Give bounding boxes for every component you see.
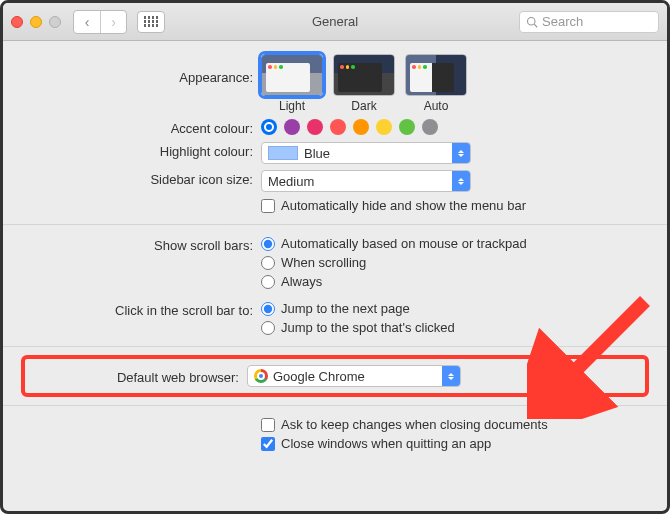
appearance-dark[interactable]: Dark <box>333 54 395 113</box>
accent-color-picker <box>261 119 647 135</box>
scroll-when-radio[interactable]: When scrolling <box>261 255 647 270</box>
nav-buttons: ‹ › <box>73 10 127 34</box>
appearance-auto-label: Auto <box>424 99 449 113</box>
highlight-label: Highlight colour: <box>23 142 261 159</box>
scroll-auto-radio[interactable]: Automatically based on mouse or trackpad <box>261 236 647 251</box>
svg-point-0 <box>528 17 536 25</box>
scroll-bars-label: Show scroll bars: <box>23 236 261 253</box>
show-all-button[interactable] <box>137 11 165 33</box>
grid-icon <box>144 16 159 27</box>
appearance-light[interactable]: Light <box>261 54 323 113</box>
accent-yellow[interactable] <box>376 119 392 135</box>
jump-spot-radio[interactable]: Jump to the spot that's clicked <box>261 320 647 335</box>
general-preferences-window: ‹ › General Search Appearance: Light <box>0 0 670 514</box>
accent-green[interactable] <box>399 119 415 135</box>
default-browser-select[interactable]: Google Chrome <box>247 365 461 387</box>
accent-blue[interactable] <box>261 119 277 135</box>
close-window-button[interactable] <box>11 16 23 28</box>
accent-red[interactable] <box>330 119 346 135</box>
highlight-select[interactable]: Blue <box>261 142 471 164</box>
back-button[interactable]: ‹ <box>74 11 100 33</box>
auto-hide-menubar-checkbox[interactable]: Automatically hide and show the menu bar <box>261 198 647 213</box>
search-field[interactable]: Search <box>519 11 659 33</box>
chevron-updown-icon <box>452 143 470 163</box>
sidebar-size-value: Medium <box>268 174 314 189</box>
content-area: Appearance: Light Dark Auto <box>3 41 667 454</box>
scroll-always-radio[interactable]: Always <box>261 274 647 289</box>
default-browser-label: Default web browser: <box>33 368 247 385</box>
search-placeholder: Search <box>542 14 583 29</box>
close-windows-checkbox[interactable]: Close windows when quitting an app <box>261 436 647 451</box>
jump-next-radio[interactable]: Jump to the next page <box>261 301 647 316</box>
click-scroll-label: Click in the scroll bar to: <box>23 301 261 318</box>
default-browser-value: Google Chrome <box>273 369 365 384</box>
sidebar-size-label: Sidebar icon size: <box>23 170 261 187</box>
chevron-updown-icon <box>452 171 470 191</box>
svg-line-1 <box>534 24 537 27</box>
accent-label: Accent colour: <box>23 119 261 136</box>
minimize-window-button[interactable] <box>30 16 42 28</box>
highlight-swatch <box>268 146 298 160</box>
appearance-label: Appearance: <box>23 54 261 85</box>
window-controls <box>11 16 61 28</box>
auto-hide-menubar-label: Automatically hide and show the menu bar <box>281 198 526 213</box>
forward-button: › <box>100 11 126 33</box>
default-browser-highlight: Default web browser: Google Chrome <box>21 355 649 397</box>
chevron-updown-icon <box>442 366 460 386</box>
highlight-value: Blue <box>304 146 330 161</box>
auto-hide-menubar-input[interactable] <box>261 199 275 213</box>
zoom-window-button <box>49 16 61 28</box>
sidebar-size-select[interactable]: Medium <box>261 170 471 192</box>
appearance-dark-label: Dark <box>351 99 376 113</box>
appearance-light-label: Light <box>279 99 305 113</box>
separator <box>3 224 667 225</box>
chrome-icon <box>254 369 268 383</box>
ask-changes-checkbox[interactable]: Ask to keep changes when closing documen… <box>261 417 647 432</box>
accent-graphite[interactable] <box>422 119 438 135</box>
separator <box>3 346 667 347</box>
titlebar: ‹ › General Search <box>3 3 667 41</box>
search-icon <box>526 16 538 28</box>
separator <box>3 405 667 406</box>
appearance-options: Light Dark Auto <box>261 54 647 113</box>
appearance-auto[interactable]: Auto <box>405 54 467 113</box>
accent-pink[interactable] <box>307 119 323 135</box>
accent-orange[interactable] <box>353 119 369 135</box>
accent-purple[interactable] <box>284 119 300 135</box>
